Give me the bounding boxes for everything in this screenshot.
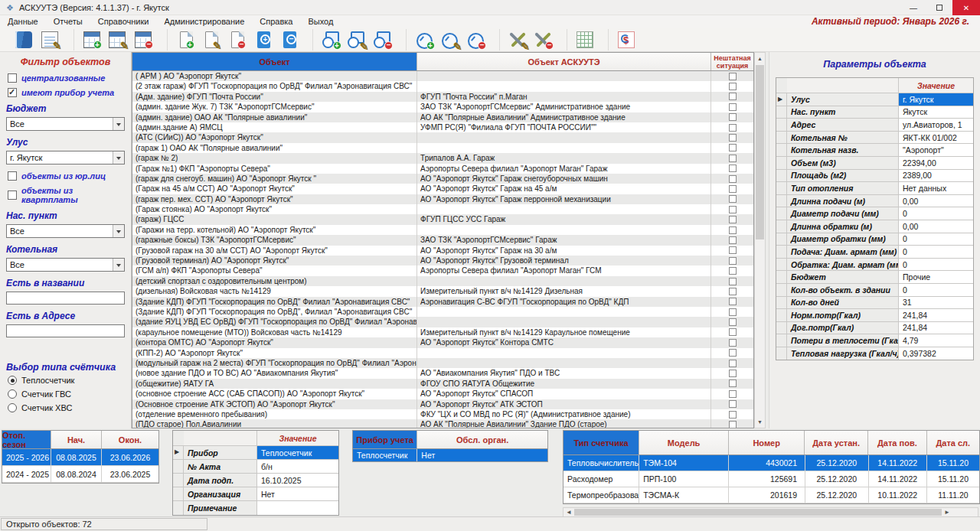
table-row[interactable]: 2024 - 2025 08.08.2024 23.06.2025 [2,466,158,483]
emergency-checkbox[interactable] [729,144,737,151]
param-row[interactable]: Кол-во объект. в здании 0 [776,284,973,297]
scroll-up-icon[interactable]: ▲ [755,53,765,64]
emergency-checkbox[interactable] [729,124,737,132]
emergency-checkbox[interactable] [729,349,737,357]
column-header-season[interactable]: Отоп. сезон [2,431,51,448]
emergency-checkbox[interactable] [729,236,737,244]
finance-icon[interactable] [608,29,639,50]
chevron-down-icon[interactable] [113,118,124,130]
column-header-object[interactable]: Объект [132,53,417,70]
emergency-checkbox[interactable] [729,185,737,193]
table-row[interactable]: Термопреобразователь ТЭСМА-К 201619 25.1… [564,487,979,503]
param-row[interactable]: Адрес ул.Авиаторов, 1 [776,119,973,132]
grid-icon[interactable] [567,29,597,50]
report-edit-icon[interactable] [37,29,63,50]
emergency-checkbox[interactable] [729,206,737,213]
param-row[interactable]: Тепловая нагрузка (Гкал/ч) 0,397382 [776,347,973,360]
emergency-checkbox[interactable] [729,226,737,234]
address-search-input[interactable] [6,324,125,337]
emergency-checkbox[interactable] [729,411,737,419]
param-row[interactable]: Бюджет Прочие [776,271,973,284]
param-row[interactable]: Подача: Диам. армат (мм) 0 [776,246,973,259]
season-add-icon[interactable] [74,29,104,50]
emergency-checkbox[interactable] [729,421,737,428]
ulus-select[interactable]: г. Якутск [6,151,125,165]
table-row[interactable]: (дизельная) Войсковая часть №14129 Измер… [132,286,753,296]
emergency-checkbox[interactable] [729,318,737,326]
param-row[interactable]: Объем (м3) 22394,00 [776,157,973,170]
table-row[interactable]: (Адм. здание) ФГУП "Почта России" ФГУП "… [132,92,753,102]
table-row[interactable]: (Здание КДП) ФГУП "Госкорпорация по ОрВД… [132,307,753,317]
filter-checkbox-row[interactable]: имеют прибор учета [8,88,125,97]
emergency-checkbox[interactable] [729,113,737,121]
emergency-checkbox[interactable] [729,103,737,111]
scroll-right-icon[interactable]: ► [942,509,952,516]
emergency-checkbox[interactable] [729,278,737,285]
object-delete-icon[interactable] [224,29,250,50]
radio-icon[interactable] [8,376,17,385]
device-delete-icon[interactable] [369,29,395,50]
chevron-down-icon[interactable] [113,151,124,164]
table-row[interactable]: (гараж 1) ОАО АК "Полярные авиалинии" [132,143,753,153]
table-row[interactable]: (детский спортзал с оздоровительным цент… [132,276,753,286]
boiler-select[interactable]: Все [6,258,125,272]
param-row[interactable]: Длинна подачи (м) 0,00 [776,195,973,208]
checkbox-icon[interactable] [8,171,17,181]
column-header-model[interactable]: Модель [639,431,729,454]
param-row[interactable]: Тип отопления Нет данных [776,182,973,195]
table-row[interactable]: (гараж) ГЦСС ФГУП ГЦСС УСС Гараж [132,214,753,224]
table-row[interactable]: (гараж для снегоуб. машин) АО "Аэропорт … [132,174,753,184]
column-header-device[interactable]: Прибор учета [353,431,417,448]
doc-attach-icon[interactable] [250,29,276,50]
param-row[interactable]: Нас. пункт Якутск [776,106,973,119]
table-row[interactable]: (караульное помещение (МТО)) Войсковая ч… [132,327,753,337]
emergency-checkbox[interactable] [729,400,737,408]
column-header-next-date[interactable]: Дата сл. [927,431,979,454]
vertical-scrollbar[interactable]: ▲ ▼ [754,52,766,428]
param-row[interactable]: Длинна обратки (м) 0,00 [776,220,973,233]
emergency-checkbox[interactable] [729,175,737,183]
checkbox-icon[interactable] [8,88,17,97]
filter-checkbox-row[interactable]: объекты из квартплаты [8,186,125,204]
menu-item[interactable]: Администрирование [156,17,252,26]
radio-icon[interactable] [8,403,17,412]
table-row[interactable]: (отделение временного пребывания) ФКУ "Ц… [132,409,753,419]
chevron-down-icon[interactable] [113,259,124,271]
table-row[interactable]: ( АРМ ) АО "Аэропорт Якутск" [132,71,753,81]
emergency-checkbox[interactable] [729,93,737,100]
column-header-askuute[interactable]: Объект АСКУУТЭ [417,53,711,70]
column-header-meter-type[interactable]: Тип счетчика [564,431,639,454]
meter-add-icon[interactable] [406,29,436,50]
device-add-icon[interactable] [312,29,343,50]
act-row[interactable]: № Акта б/н [173,460,338,474]
emergency-checkbox[interactable] [729,246,737,254]
table-row[interactable]: Теплосчетчик Нет [353,449,547,461]
emergency-checkbox[interactable] [729,165,737,172]
column-header-emergency[interactable]: Нештатная ситуация [711,53,753,70]
table-row[interactable]: (Основное строение АТК ЭСТОП) АО "Аэропо… [132,399,753,409]
object-add-icon[interactable] [167,29,198,50]
param-row[interactable]: Диаметр подачи (мм) 0 [776,207,973,220]
table-row[interactable]: (Грузовой гараж на 30 а/м ССТ) АО "Аэроп… [132,246,753,256]
checkbox-icon[interactable] [8,191,17,200]
table-row[interactable]: Расходомер ПРП-100 125691 25.12.2020 14.… [564,471,979,487]
meter-type-radio-row[interactable]: Счетчик ХВС [8,403,125,412]
maximize-button[interactable] [926,0,952,15]
table-row[interactable]: (здание ЯУЦ УВД ЕС ОрВД) ФГУП "Госкорпор… [132,317,753,327]
emergency-checkbox[interactable] [729,308,737,316]
act-row[interactable]: Прибор Теплосчетчик [173,446,338,460]
emergency-checkbox[interactable] [729,380,737,387]
table-row[interactable]: (2 этаж гараж) ФГУП "Госкорпорация по Ор… [132,81,753,91]
checkbox-icon[interactable] [8,73,17,83]
emergency-checkbox[interactable] [729,73,737,80]
minimize-button[interactable]: — [900,0,926,15]
chevron-down-icon[interactable] [113,225,124,237]
act-row[interactable]: Организация Нет [173,487,338,501]
table-row[interactable]: (основное строение АСС (САБ СПАСОП)) АО … [132,389,753,399]
table-row[interactable]: 2025 - 2026 08.08.2025 23.06.2026 [2,449,158,466]
menu-item[interactable]: Отчеты [46,17,90,26]
scroll-down-icon[interactable]: ▼ [755,416,765,428]
table-row[interactable]: (КПП-2) АО "Аэропорт Якутск" [132,348,753,358]
scroll-left-icon[interactable]: ◄ [564,509,574,516]
table-row[interactable]: (новое здание ПДО и ТО ВС) АО "Авиакомпа… [132,368,753,378]
